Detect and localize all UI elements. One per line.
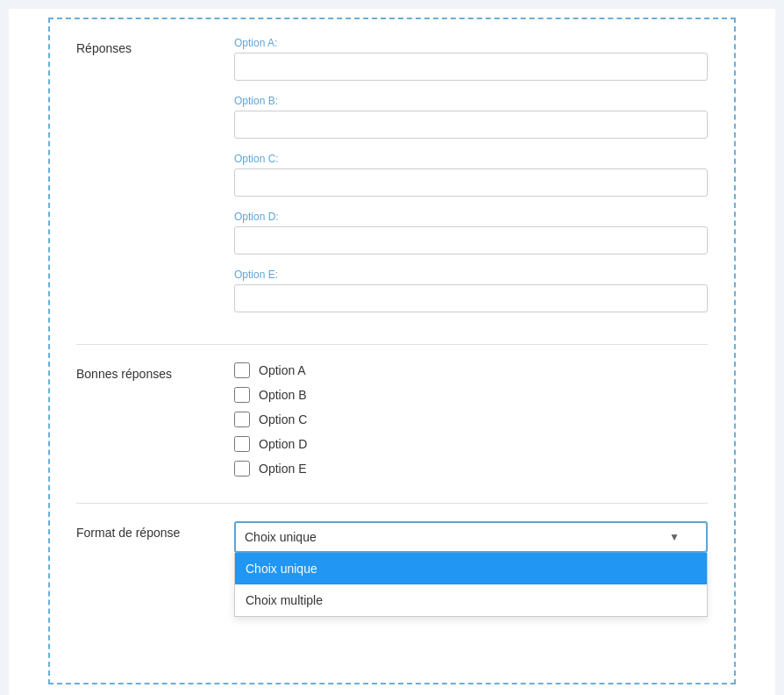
bonnes-reponses-section: Bonnes réponses Option A Option B Option… xyxy=(76,362,708,485)
checkbox-group-b: Option B xyxy=(234,387,708,403)
option-a-group: Option A: xyxy=(234,37,708,81)
format-select[interactable]: Choix unique ▼ xyxy=(234,521,708,553)
option-d-input[interactable] xyxy=(234,226,708,254)
dropdown-item-choix-unique[interactable]: Choix unique xyxy=(235,553,707,584)
option-c-input[interactable] xyxy=(234,168,708,197)
format-section: Format de réponse Choix unique ▼ Choix u… xyxy=(76,521,708,553)
checkbox-a[interactable] xyxy=(234,362,250,378)
checkbox-e[interactable] xyxy=(234,461,250,476)
section-divider-2 xyxy=(76,503,708,504)
reponses-section: Réponses Option A: Option B: Option C: O… xyxy=(76,37,708,326)
format-dropdown: Choix unique Choix multiple xyxy=(234,553,708,617)
reponses-fields: Option A: Option B: Option C: Option D: xyxy=(234,37,708,326)
option-c-label: Option C: xyxy=(234,153,708,165)
page-container: Réponses Option A: Option B: Option C: O… xyxy=(9,9,775,695)
checkbox-e-label: Option E xyxy=(259,462,306,476)
bonnes-reponses-checkboxes: Option A Option B Option C Option D Opti xyxy=(234,362,708,485)
option-a-input[interactable] xyxy=(234,53,708,81)
checkbox-d[interactable] xyxy=(234,436,250,452)
main-content: Réponses Option A: Option B: Option C: O… xyxy=(48,18,736,684)
format-label: Format de réponse xyxy=(76,521,234,540)
option-d-group: Option D: xyxy=(234,211,708,254)
bonnes-reponses-label: Bonnes réponses xyxy=(76,362,234,485)
checkbox-group-d: Option D xyxy=(234,436,708,452)
option-b-label: Option B: xyxy=(234,95,708,107)
checkbox-group-c: Option C xyxy=(234,412,708,427)
chevron-down-icon: ▼ xyxy=(669,531,680,543)
option-e-input[interactable] xyxy=(234,284,708,312)
option-a-label: Option A: xyxy=(234,37,708,49)
reponses-label: Réponses xyxy=(76,37,234,326)
checkbox-c[interactable] xyxy=(234,412,250,427)
checkbox-a-label: Option A xyxy=(259,363,306,377)
option-b-group: Option B: xyxy=(234,95,708,139)
checkbox-b[interactable] xyxy=(234,387,250,403)
checkbox-d-label: Option D xyxy=(259,437,307,451)
option-c-group: Option C: xyxy=(234,153,708,197)
section-divider-1 xyxy=(76,344,708,345)
option-b-input[interactable] xyxy=(234,111,708,139)
checkbox-b-label: Option B xyxy=(259,388,306,402)
checkbox-c-label: Option C xyxy=(259,412,307,426)
checkbox-group-a: Option A xyxy=(234,362,708,378)
option-e-label: Option E: xyxy=(234,269,708,281)
format-select-wrapper: Choix unique ▼ Choix unique Choix multip… xyxy=(234,521,708,553)
option-d-label: Option D: xyxy=(234,211,708,223)
checkbox-group-e: Option E xyxy=(234,461,708,476)
dropdown-item-choix-multiple[interactable]: Choix multiple xyxy=(235,584,707,616)
format-selected-value: Choix unique xyxy=(245,530,317,544)
option-e-group: Option E: xyxy=(234,269,708,312)
